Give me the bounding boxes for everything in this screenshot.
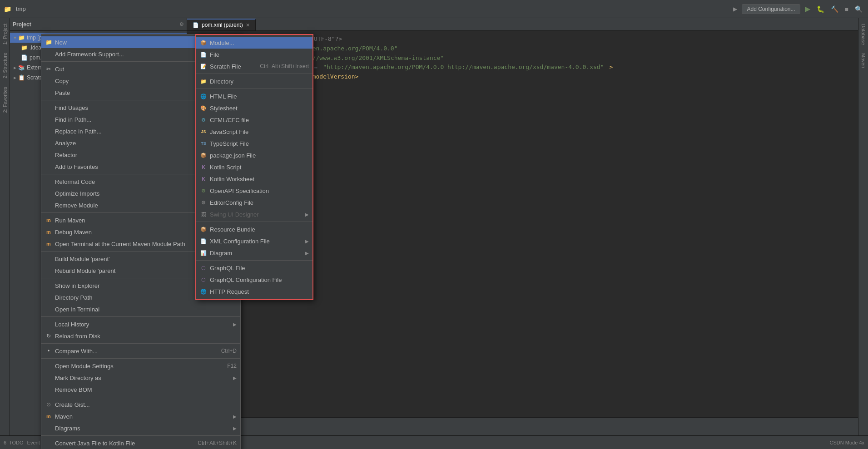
submenu-http-request[interactable]: 🌐 HTTP Request xyxy=(196,286,312,297)
kotlin-ws-icon: K xyxy=(200,175,207,183)
add-configuration-button[interactable]: Add Configuration... xyxy=(742,4,800,14)
submenu-openapi[interactable]: ⚙ OpenAPI Specification xyxy=(196,185,312,197)
submenu-directory[interactable]: 📁 Directory xyxy=(196,75,312,87)
menu-item-local-history[interactable]: Local History ▶ xyxy=(41,318,240,330)
diagrams-icon xyxy=(45,424,52,432)
directory-icon: 📁 xyxy=(200,78,207,85)
search-icon[interactable]: 🔍 xyxy=(853,5,864,13)
stop-icon[interactable]: ■ xyxy=(843,5,850,13)
menu-item-remove-bom[interactable]: Remove BOM xyxy=(41,384,240,395)
diagrams-label: Diagrams xyxy=(55,425,228,432)
tree-expand-icon: ▾ xyxy=(14,35,16,41)
diagram-icon: 📊 xyxy=(200,249,207,257)
sidebar-tab-structure[interactable]: 2: Structure xyxy=(1,49,9,82)
submenu-stylesheet[interactable]: 🎨 Stylesheet xyxy=(196,102,312,114)
menu-item-open-in-terminal[interactable]: Open in Terminal xyxy=(41,303,240,315)
submenu-graphql-config[interactable]: ⬡ GraphQL Configuration File xyxy=(196,274,312,286)
stylesheet-icon: 🎨 xyxy=(200,104,207,112)
run-icon[interactable]: ▶ xyxy=(803,5,812,13)
submenu-graphql-file[interactable]: ⬡ GraphQL File xyxy=(196,262,312,274)
sidebar-tab-project[interactable]: 1: Project xyxy=(1,20,9,48)
menu-item-module-settings[interactable]: Open Module Settings F12 xyxy=(41,360,240,372)
separator-8 xyxy=(41,343,240,344)
submenu-file[interactable]: 📄 File xyxy=(196,49,312,60)
scratch-shortcut: Ctrl+Alt+Shift+Insert xyxy=(260,63,309,69)
submenu-swing-ui[interactable]: 🖼 Swing UI Designer ▶ xyxy=(196,208,312,220)
module-settings-label: Open Module Settings xyxy=(55,363,224,370)
gist-icon: ⊙ xyxy=(45,401,52,408)
submenu-module[interactable]: 📦 Module... xyxy=(196,37,312,49)
project-panel-header: Project ⚙ xyxy=(10,18,187,31)
graphql-config-icon: ⬡ xyxy=(200,276,207,283)
right-tab-database[interactable]: Database xyxy=(860,20,867,49)
html-label: HTML File xyxy=(210,93,309,100)
open-in-terminal-label: Open in Terminal xyxy=(55,306,237,313)
submenu-typescript[interactable]: TS TypeScript File xyxy=(196,138,312,149)
favorites-icon xyxy=(45,163,52,170)
maven-icon: m xyxy=(45,413,52,420)
sidebar-tab-favorites[interactable]: 2: Favorites xyxy=(1,83,9,116)
remove-module-icon xyxy=(45,202,52,209)
module-settings-icon xyxy=(45,362,52,370)
menu-item-convert-java[interactable]: Convert Java File to Kotlin File Ctrl+Al… xyxy=(41,437,240,449)
openapi-label: OpenAPI Specification xyxy=(210,187,309,194)
separator-11 xyxy=(41,435,240,436)
kotlin-ws-label: Kotlin Worksheet xyxy=(210,176,309,183)
build-module-icon xyxy=(45,255,52,262)
tab-close-icon[interactable]: ✕ xyxy=(246,22,250,28)
submenu-resource-bundle[interactable]: 📦 Resource Bundle xyxy=(196,223,312,235)
separator-10 xyxy=(41,397,240,397)
settings-icon[interactable]: ⚙ xyxy=(179,21,184,27)
folder-icon: 📁 xyxy=(18,35,25,41)
submenu-kotlin-script[interactable]: K Kotlin Script xyxy=(196,161,312,173)
project-title: Project xyxy=(13,21,31,28)
package-json-icon: 📦 xyxy=(200,152,207,159)
maven-label: Maven xyxy=(55,413,228,420)
submenu-cfml[interactable]: ⚙ CFML/CFC file xyxy=(196,114,312,126)
submenu-html[interactable]: 🌐 HTML File xyxy=(196,90,312,102)
menu-item-create-gist[interactable]: ⊙ Create Gist... xyxy=(41,399,240,410)
diagram-arrow: ▶ xyxy=(305,251,309,256)
copy-icon xyxy=(45,77,52,84)
stylesheet-label: Stylesheet xyxy=(210,105,309,112)
submenu-editorconfig[interactable]: ⚙ EditorConfig File xyxy=(196,197,312,208)
module-icon: 📦 xyxy=(200,39,207,46)
file-label: File xyxy=(210,51,309,58)
run-config-area: ▶ xyxy=(733,6,737,12)
menu-item-maven[interactable]: m Maven ▶ xyxy=(41,410,240,422)
submenu-package-json[interactable]: 📦 package.json File xyxy=(196,149,312,161)
menu-item-reload-from-disk[interactable]: ↻ Reload from Disk xyxy=(41,330,240,342)
sub-separator-2 xyxy=(196,89,312,89)
graphql-file-label: GraphQL File xyxy=(210,265,309,271)
right-tab-maven[interactable]: Maven xyxy=(860,49,867,72)
menu-item-mark-directory[interactable]: Mark Directory as ▶ xyxy=(41,372,240,384)
submenu-diagram[interactable]: 📊 Diagram ▶ xyxy=(196,247,312,259)
build-icon[interactable]: 🔨 xyxy=(829,5,840,13)
xml-config-icon: 📄 xyxy=(200,237,207,245)
status-todo[interactable]: 6: TODO xyxy=(4,440,24,445)
submenu-xml-config[interactable]: 📄 XML Configuration File ▶ xyxy=(196,235,312,247)
remove-bom-label: Remove BOM xyxy=(55,386,237,393)
find-path-icon xyxy=(45,116,52,123)
editorconfig-label: EditorConfig File xyxy=(210,199,309,206)
debug-maven-icon: m xyxy=(45,228,52,236)
package-json-label: package.json File xyxy=(210,152,309,159)
cut-label: Cut xyxy=(55,66,218,73)
submenu-javascript[interactable]: JS JavaScript File xyxy=(196,126,312,138)
refactor-icon xyxy=(45,151,52,158)
submenu-kotlin-worksheet[interactable]: K Kotlin Worksheet xyxy=(196,173,312,185)
reload-icon: ↻ xyxy=(45,332,52,340)
remove-module-label: Remove Module xyxy=(55,202,218,209)
diagrams-arrow: ▶ xyxy=(233,426,237,431)
debug-icon[interactable]: 🐛 xyxy=(815,5,826,13)
local-history-arrow: ▶ xyxy=(233,322,237,327)
menu-item-diagrams[interactable]: Diagrams ▶ xyxy=(41,422,240,434)
editor-tab-pom[interactable]: 📄 pom.xml (parent) ✕ xyxy=(187,19,256,30)
menu-item-compare-with[interactable]: • Compare With... Ctrl+D xyxy=(41,345,240,357)
xml-config-arrow: ▶ xyxy=(305,239,309,244)
submenu-scratch-file[interactable]: 📝 Scratch File Ctrl+Alt+Shift+Insert xyxy=(196,60,312,72)
optimize-label: Optimize Imports xyxy=(55,190,208,197)
rebuild-module-label: Rebuild Module 'parent' xyxy=(55,267,202,274)
open-terminal-maven-icon: m xyxy=(45,240,52,247)
new-icon: 📁 xyxy=(45,39,52,46)
